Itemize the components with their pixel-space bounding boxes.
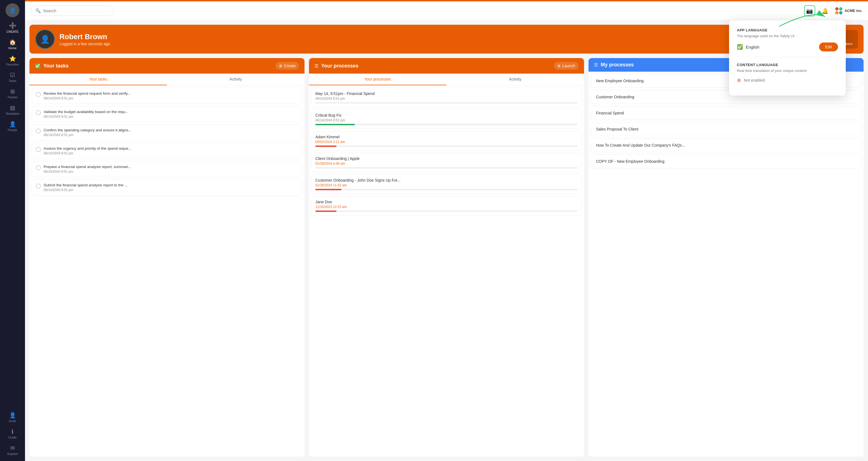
task-date-2: 06/14/2043 8:51 pm [43,115,128,119]
app-language-row: ✅ English Edit [737,42,838,52]
profile-info: Robert Brown Logged in a few seconds ago [59,32,825,46]
search-icon: 🔍 [35,8,41,13]
task-date-5: 06/14/2043 8:51 pm [43,170,131,173]
processes-panel-title: Your processes [321,63,551,69]
task-item[interactable]: Assess the urgency and priority of the s… [32,143,302,159]
task-item[interactable]: Prepare a financial spend analysis repor… [32,161,302,177]
tasks-create-icon: ⊕ [279,64,282,68]
acme-logo: ACME inc. [835,7,863,14]
task-checkbox-2[interactable] [36,110,41,115]
sidebar-item-create[interactable]: ➕ CREATE [2,20,23,36]
task-date-6: 06/14/2043 8:51 pm [43,188,127,192]
sidebar-item-support[interactable]: ✉ Support [2,442,23,458]
content-language-row: ⊗ Not enabled [737,77,838,83]
avatar[interactable]: 👤 [5,3,20,17]
notifications-button[interactable]: 🔔 [820,5,831,17]
sidebar-item-home[interactable]: 🏠 Home [2,37,23,52]
language-edit-button[interactable]: Edit [819,42,838,52]
app-language-value: English [746,45,816,50]
profile-status: Logged in a few seconds ago [59,42,825,46]
sidebar-favorites-label: Favorites [6,63,19,66]
content-language-desc: Real time translation of your unique con… [737,69,838,73]
sidebar-support-label: Support [7,452,18,456]
template-item[interactable]: Financial Spend [591,106,861,120]
template-item[interactable]: Sales Proposal To Client [591,122,861,136]
content-language-value: Not enabled [744,78,765,83]
process-item[interactable]: Client Onboarding | Apple 01/28/2024 4:4… [311,153,582,172]
app-language-title: APP LANGUAGE [737,28,838,32]
process-date-3: 05/02/2024 3:11 am [315,140,578,144]
home-icon: 🏠 [9,39,16,45]
sidebar-tasks-label: Tasks [9,79,17,83]
task-item[interactable]: Review the financial spend request form … [32,88,302,104]
task-item[interactable]: Validate the budget availability based o… [32,106,302,122]
profile-name: Robert Brown [59,32,825,41]
sidebar-item-tracker[interactable]: ⊞ Tracker [2,86,23,101]
task-checkbox-3[interactable] [36,129,41,134]
app-language-desc: The language used on the Tallyfy UI [737,34,838,38]
processes-launch-icon: ⊕ [557,64,561,68]
search-box[interactable]: 🔍 [31,5,114,16]
templates-panel: ☰ My processes New Employee Onboarding C… [588,58,864,457]
processes-launch-button[interactable]: ⊕ Launch [554,62,579,70]
task-text-1: Review the financial spend request form … [43,91,131,96]
tab-your-tasks[interactable]: Your tasks [29,74,167,85]
tasks-panel-header: ✅ Your tasks ⊕ Create [29,58,305,74]
template-item[interactable]: How To Create And Update Our Company's F… [591,138,861,152]
process-date-1: 06/14/2043 8:51 pm [315,97,578,101]
sidebar-item-invite[interactable]: 👤 Invite [2,409,23,425]
search-input[interactable] [43,8,109,13]
processes-panel-tabs: Your processes Activity [309,74,584,86]
processes-launch-label: Launch [562,64,575,68]
sidebar-item-templates[interactable]: ▤ Templates [2,102,23,118]
sidebar-bottom: 👤 Invite ℹ Guide ✉ Support [2,409,23,458]
task-checkbox-5[interactable] [36,165,41,170]
tasks-create-button[interactable]: ⊕ Create [276,62,299,70]
process-item[interactable]: Adam Kimmel 05/02/2024 3:11 am [311,131,582,151]
tab-your-processes[interactable]: Your processes [309,74,446,85]
process-date-4: 01/28/2024 4:46 am [315,162,578,166]
acme-dot-green [839,7,842,10]
content-language-title: CONTENT LANGUAGE [737,63,838,67]
favorites-icon: ⭐ [9,55,16,62]
process-date-5: 01/28/2024 11:42 am [315,183,578,187]
process-name-4: Client Onboarding | Apple [315,156,578,161]
sidebar-tracker-label: Tracker [7,96,18,99]
tasks-panel-body: Review the financial spend request form … [29,86,305,457]
tab-tasks-activity[interactable]: Activity [167,74,305,85]
task-item[interactable]: Confirm the spending category and ensure… [32,124,302,140]
sidebar-invite-label: Invite [9,419,16,423]
task-item[interactable]: Submit the financial spend analysis repo… [32,179,302,196]
tasks-panel-title: Your tasks [43,63,273,69]
people-icon: 👤 [9,121,16,128]
task-text-4: Assess the urgency and priority of the s… [43,146,131,151]
tasks-panel-tabs: Your tasks Activity [29,74,305,86]
acme-dot-red [835,7,839,10]
process-item[interactable]: May 14, 9:51pm - Financial Spend 06/14/2… [311,88,582,107]
tasks-icon: ☑ [10,72,15,78]
sidebar-home-label: Home [8,46,17,50]
language-settings-button[interactable]: 📷 [804,5,815,17]
template-item[interactable]: COPY OF - New Employee Onboarding [591,155,861,168]
profile-avatar: 👤 [35,29,55,49]
process-date-2: 06/14/2043 8:51 pm [315,118,578,122]
process-item[interactable]: Jane Doe 11/10/2023 12:23 am [311,196,582,216]
process-item[interactable]: Critical Bug Fix 06/14/2043 8:51 pm [311,109,582,129]
topbar: 🔍 📷 🔔 ACME inc. APP LANGUAGE [25,1,868,20]
sidebar-item-tasks[interactable]: ☑ Tasks [2,69,23,85]
task-checkbox-1[interactable] [36,92,41,97]
task-date-1: 06/14/2043 8:51 pm [43,96,131,100]
task-text-2: Validate the budget availability based o… [43,110,128,114]
sidebar-item-favorites[interactable]: ⭐ Favorites [2,53,23,68]
processes-header-icon: ☰ [314,63,318,69]
tab-processes-activity[interactable]: Activity [446,74,584,85]
columns-area: ✅ Your tasks ⊕ Create Your tasks Activit… [29,58,864,457]
acme-dot-orange [835,11,839,14]
task-checkbox-4[interactable] [36,147,41,152]
process-name-3: Adam Kimmel [315,135,578,139]
sidebar-item-guide[interactable]: ℹ Guide [2,426,23,441]
task-checkbox-6[interactable] [36,184,41,189]
sidebar-item-people[interactable]: 👤 People [2,119,23,134]
processes-panel-body: May 14, 9:51pm - Financial Spend 06/14/2… [309,86,584,457]
process-item[interactable]: Customer Onboarding - John Doe Signs Up … [311,174,582,194]
